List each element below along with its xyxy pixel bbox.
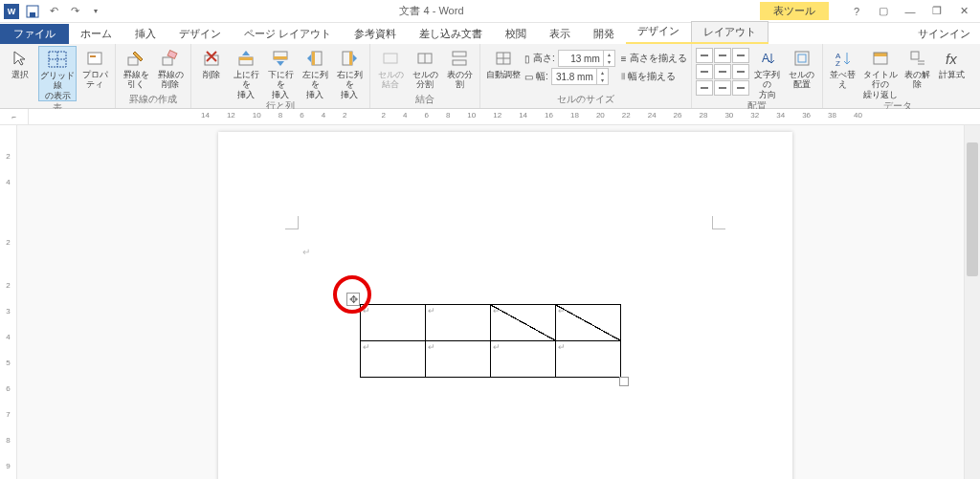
table-cell-diagonal[interactable]: ↵ [491, 305, 556, 341]
document-area[interactable]: ↵ ✥ ↵ ↵ ↵ ↵ ↵ ↵ ↵ ↵ [17, 125, 980, 479]
insert-right-icon [339, 48, 360, 69]
table-row[interactable]: ↵ ↵ ↵ ↵ [361, 341, 621, 378]
sort-button[interactable]: AZ 並べ替え [827, 46, 859, 90]
table-move-handle[interactable]: ✥ [346, 293, 360, 306]
tab-view[interactable]: 表示 [538, 24, 582, 44]
group-cell-size: 自動調整 ▯ 高さ: 13 mm▴▾ ▭ 幅: 31.8 mm▴▾ ≡ 高さを揃… [480, 44, 692, 108]
word-app-icon[interactable]: W [4, 4, 19, 19]
vertical-ruler[interactable]: 2422345678910 [0, 125, 17, 479]
svg-rect-12 [239, 57, 253, 60]
tab-developer[interactable]: 開発 [582, 24, 626, 44]
insert-below-button[interactable]: 下に行を 挿入 [264, 46, 297, 99]
cell-margins-button[interactable]: セルの 配置 [786, 46, 818, 90]
tab-file[interactable]: ファイル [0, 24, 69, 44]
table-cell[interactable]: ↵ [426, 305, 491, 341]
signin-link[interactable]: サインイン [908, 24, 980, 44]
split-cells-button[interactable]: セルの 分割 [409, 46, 441, 90]
select-button[interactable]: 選択 [4, 46, 36, 79]
group-rows-cols: 削除 上に行を 挿入 下に行を 挿入 左に列を 挿入 右に列を 挿入 行と列 [191, 44, 370, 108]
restore-button[interactable]: ❐ [928, 3, 946, 20]
svg-rect-8 [163, 57, 172, 65]
split-table-button[interactable]: 表の分割 [443, 46, 476, 90]
view-gridlines-button[interactable]: グリッド線 の表示 [38, 46, 77, 101]
formula-icon: fx [942, 48, 963, 69]
properties-icon [84, 48, 105, 69]
redo-icon[interactable]: ↷ [67, 4, 82, 19]
alignment-grid[interactable] [696, 48, 749, 96]
width-input[interactable]: 31.8 mm▴▾ [551, 68, 609, 85]
insert-above-button[interactable]: 上に行を 挿入 [230, 46, 262, 99]
ribbon-tabs: ファイル ホーム 挿入 デザイン ページ レイアウト 参考資料 差し込み文書 校… [0, 23, 980, 44]
group-label: 罫線の作成 [120, 93, 187, 108]
undo-icon[interactable]: ↶ [46, 4, 61, 19]
svg-rect-23 [453, 60, 466, 65]
insert-right-button[interactable]: 右に列を 挿入 [333, 46, 366, 99]
insert-left-icon [304, 48, 325, 69]
save-icon[interactable] [25, 4, 40, 19]
ruler-ticks: 1412108642246810121416182022242628303234… [201, 111, 862, 120]
table-resize-handle[interactable] [619, 377, 629, 386]
table-cell[interactable]: ↵ [426, 341, 491, 378]
table-cell[interactable]: ↵ [361, 305, 426, 341]
repeat-header-button[interactable]: タイトル行の 繰り返し [861, 46, 900, 99]
sort-icon: AZ [833, 48, 854, 69]
eraser-button[interactable]: 罫線の 削除 [154, 46, 187, 90]
close-button[interactable]: ✕ [955, 3, 972, 20]
svg-rect-28 [795, 52, 809, 65]
table-cell[interactable]: ↵ [556, 341, 621, 378]
margin-mark-tr [712, 216, 725, 229]
tab-mailings[interactable]: 差し込み文書 [408, 24, 494, 44]
tab-references[interactable]: 参考資料 [343, 24, 408, 44]
qat-customize-icon[interactable]: ▾ [88, 4, 103, 19]
autofit-button[interactable]: 自動調整 [484, 46, 523, 79]
svg-rect-19 [384, 54, 397, 63]
tab-review[interactable]: 校閲 [494, 24, 538, 44]
merge-cells-button[interactable]: セルの 結合 [374, 46, 407, 90]
formula-button[interactable]: fx 計算式 [936, 46, 969, 79]
insert-left-button[interactable]: 左に列を 挿入 [299, 46, 331, 99]
tab-table-layout[interactable]: レイアウト [691, 21, 768, 42]
document-table[interactable]: ↵ ↵ ↵ ↵ ↵ ↵ ↵ ↵ [360, 304, 621, 378]
delete-button[interactable]: 削除 [195, 46, 228, 79]
table-cell-diagonal[interactable]: ↵ [556, 305, 621, 341]
convert-to-text-button[interactable]: 表の解除 [902, 46, 934, 90]
gridlines-icon [47, 49, 68, 70]
svg-text:fx: fx [946, 51, 957, 67]
properties-button[interactable]: プロパティ [78, 46, 111, 90]
svg-rect-14 [274, 56, 287, 59]
page[interactable]: ↵ ✥ ↵ ↵ ↵ ↵ ↵ ↵ ↵ ↵ [218, 132, 792, 479]
split-table-icon [449, 48, 470, 69]
group-label: 結合 [374, 93, 476, 108]
text-direction-button[interactable]: A 文字列の 方向 [751, 46, 784, 99]
height-input[interactable]: 13 mm▴▾ [558, 50, 615, 67]
help-button[interactable]: ? [848, 3, 865, 20]
draw-table-button[interactable]: 罫線を 引く [120, 46, 152, 90]
vertical-scrollbar[interactable] [964, 125, 980, 479]
table-cell[interactable]: ↵ [361, 341, 426, 378]
tab-page-layout[interactable]: ページ レイアウト [233, 24, 343, 44]
svg-text:Z: Z [835, 59, 840, 67]
tab-table-design[interactable]: デザイン [626, 21, 691, 42]
ribbon: 選択 グリッド線 の表示 プロパティ 表 罫線を 引く 罫線の 削除 罫 [0, 44, 980, 109]
scroll-thumb[interactable] [967, 142, 978, 276]
group-merge: セルの 結合 セルの 分割 表の分割 結合 [370, 44, 480, 108]
horizontal-ruler[interactable]: ⌐ 14121086422468101214161820222426283032… [0, 109, 980, 125]
tab-home[interactable]: ホーム [69, 24, 123, 44]
height-icon: ▯ [524, 54, 530, 64]
svg-rect-5 [88, 53, 101, 64]
delete-icon [201, 48, 222, 69]
ribbon-display-options-icon[interactable]: ▢ [875, 3, 892, 20]
table-cell[interactable]: ↵ [491, 341, 556, 378]
table-row[interactable]: ↵ ↵ ↵ ↵ [361, 305, 621, 341]
minimize-button[interactable]: — [902, 3, 919, 20]
svg-rect-29 [798, 54, 806, 62]
group-alignment: A 文字列の 方向 セルの 配置 配置 [692, 44, 823, 108]
distribute-cols-button[interactable]: ⦀ 幅を揃える [621, 68, 687, 85]
insert-below-icon [270, 48, 291, 69]
eraser-icon [160, 48, 181, 69]
tab-design[interactable]: デザイン [167, 24, 233, 44]
distribute-rows-button[interactable]: ≡ 高さを揃える [621, 50, 687, 67]
window-controls: ? ▢ — ❐ ✕ [848, 3, 980, 20]
group-data: AZ 並べ替え タイトル行の 繰り返し 表の解除 fx 計算式 データ [823, 44, 972, 108]
tab-insert[interactable]: 挿入 [123, 24, 167, 44]
